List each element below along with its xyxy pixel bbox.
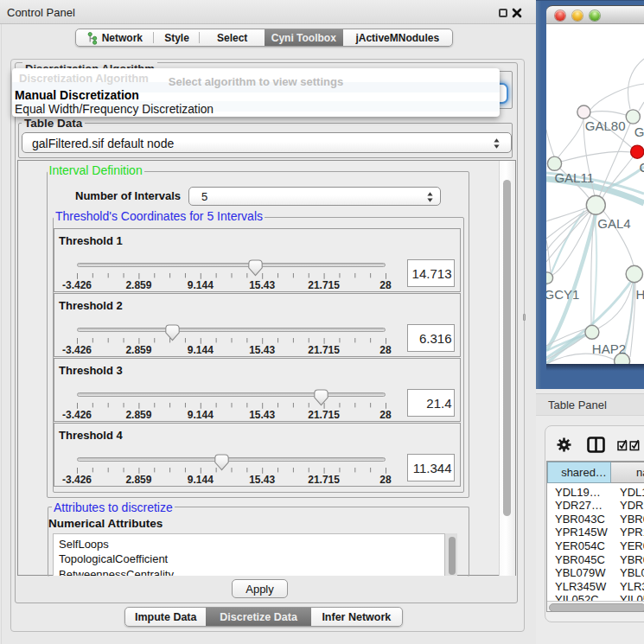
svg-text:GAL4: GAL4: [597, 216, 630, 231]
svg-text:GAL80: GAL80: [585, 118, 626, 133]
svg-text:GAL11: GAL11: [554, 170, 594, 185]
svg-text:GCY1: GCY1: [546, 287, 579, 302]
svg-text:H: H: [636, 287, 644, 302]
svg-text:C: C: [639, 160, 644, 175]
svg-text:HAP2: HAP2: [592, 341, 626, 356]
svg-text:GAL: GAL: [634, 124, 644, 139]
